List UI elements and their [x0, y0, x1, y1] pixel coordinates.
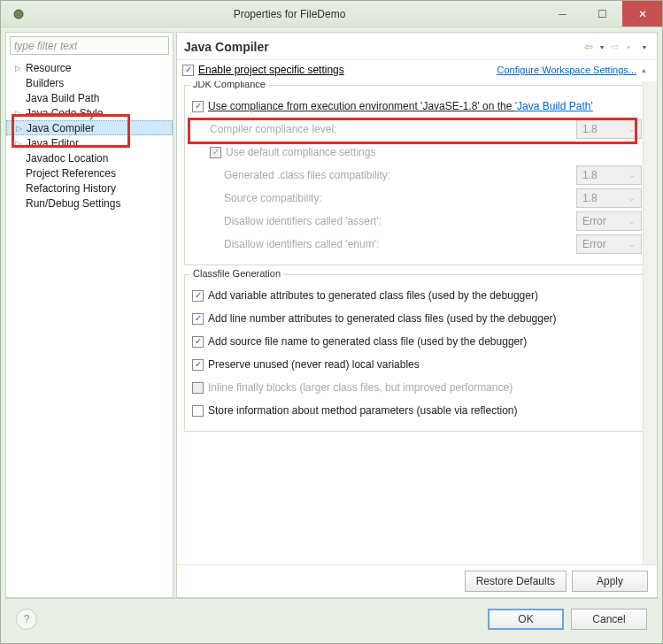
disallow-assert-select: Error⌄ [576, 211, 642, 231]
sidebar-item-java-build-path[interactable]: Java Build Path [6, 90, 173, 105]
sidebar-item-label: Run/Debug Settings [26, 197, 120, 210]
chevron-down-icon: ⌄ [628, 125, 636, 134]
chevron-down-icon: ⌄ [628, 194, 636, 203]
compiler-level-value: 1.8 [582, 123, 597, 135]
add-line-checkbox[interactable] [192, 313, 204, 325]
use-default-row: Use default compliance settings [192, 142, 642, 162]
panel-header: Java Compiler ⇦ ▾ ⇨ ▾ ▾ [177, 40, 657, 59]
maximize-button[interactable]: ☐ [582, 1, 622, 27]
chevron-down-icon: ⌄ [628, 240, 636, 249]
compiler-level-row: Compiler compliance level: 1.8⌄ [192, 119, 642, 139]
nav-arrows: ⇦ ▾ ⇨ ▾ ▾ [584, 41, 646, 53]
sidebar-item-refactoring-history[interactable]: Refactoring History [6, 180, 173, 196]
enable-project-checkbox[interactable] [182, 65, 194, 76]
sidebar-item-javadoc-location[interactable]: Javadoc Location [6, 150, 173, 165]
disallow-enum-select: Error⌄ [576, 234, 642, 254]
store-info-checkbox[interactable] [192, 405, 204, 417]
sidebar-item-builders[interactable]: Builders [6, 75, 173, 90]
view-menu-caret-icon[interactable]: ▾ [643, 43, 646, 51]
gen-class-select: 1.8⌄ [576, 165, 642, 185]
panel-title: Java Compiler [184, 40, 584, 54]
sidebar-item-label: Java Code Style [26, 107, 103, 119]
cancel-button[interactable]: Cancel [571, 609, 647, 630]
source-compat-value: 1.8 [582, 192, 597, 204]
add-line-label: Add line number attributes to generated … [208, 312, 557, 325]
main-panel: Java Compiler ⇦ ▾ ⇨ ▾ ▾ Enable project s… [176, 32, 658, 598]
sidebar-item-run-debug-settings[interactable]: Run/Debug Settings [6, 196, 173, 211]
source-compat-row: Source compatibility: 1.8⌄ [192, 188, 642, 208]
restore-defaults-button[interactable]: Restore Defaults [465, 571, 567, 592]
preserve-checkbox[interactable] [192, 359, 204, 371]
sidebar-item-label: Java Compiler [27, 122, 95, 134]
use-compliance-checkbox[interactable] [192, 101, 204, 112]
scroll-area: JDK Compliance Use compliance from execu… [177, 81, 657, 564]
sidebar-item-java-editor[interactable]: ▷Java Editor [6, 135, 173, 150]
chevron-down-icon: ⌄ [628, 171, 636, 180]
back-menu-caret-icon[interactable]: ▾ [600, 43, 604, 51]
store-info-label: Store information about method parameter… [208, 404, 518, 417]
sidebar-item-java-compiler[interactable]: ▷Java Compiler [6, 120, 173, 135]
sidebar-item-resource[interactable]: ▷Resource [6, 60, 173, 75]
add-line-row: Add line number attributes to generated … [192, 309, 642, 328]
enable-project-label: Enable project specific settings [198, 64, 344, 76]
compiler-level-label: Compiler compliance level: [210, 123, 336, 135]
use-compliance-row: Use compliance from execution environmen… [192, 96, 642, 116]
jdk-group-title: JDK Compliance [190, 81, 268, 89]
cancel-label: Cancel [592, 613, 625, 625]
apply-button[interactable]: Apply [572, 571, 648, 592]
gen-class-label: Generated .class files compatibility: [224, 169, 390, 181]
use-default-label: Use default compliance settings [226, 146, 375, 158]
add-var-checkbox[interactable] [192, 290, 204, 302]
restore-defaults-label: Restore Defaults [476, 575, 555, 587]
close-button[interactable]: ✕ [622, 1, 662, 27]
disallow-assert-value: Error [582, 215, 606, 227]
use-default-checkbox [210, 147, 221, 158]
use-compliance-text: Use compliance from execution environmen… [208, 100, 515, 112]
add-source-label: Add source file name to generated class … [208, 335, 527, 348]
inline-label: Inline finally blocks (larger class file… [208, 381, 513, 394]
ok-label: OK [518, 613, 533, 625]
sidebar-item-project-references[interactable]: Project References [6, 165, 173, 180]
sidebar-item-java-code-style[interactable]: ▷Java Code Style [6, 105, 173, 120]
gen-class-value: 1.8 [582, 169, 597, 181]
sidebar: ▷Resource Builders Java Build Path ▷Java… [5, 32, 173, 598]
compiler-level-select[interactable]: 1.8⌄ [576, 119, 642, 139]
window-icon [1, 8, 36, 20]
sidebar-item-label: Refactoring History [26, 182, 116, 195]
scroll-up-indicator-icon: ▴ [642, 65, 646, 74]
panel-buttons: Restore Defaults Apply [177, 564, 657, 597]
svg-point-0 [14, 10, 23, 19]
configure-workspace-link[interactable]: Configure Workspace Settings... [497, 65, 636, 75]
window-controls: ─ ☐ ✕ [543, 1, 662, 27]
sidebar-item-label: Builders [26, 77, 64, 89]
source-compat-label: Source compatibility: [224, 192, 322, 204]
titlebar: Properties for FileDemo ─ ☐ ✕ [1, 1, 662, 27]
inline-checkbox [192, 382, 204, 394]
add-source-checkbox[interactable] [192, 336, 204, 348]
chevron-down-icon: ⌄ [628, 217, 636, 226]
java-build-path-link[interactable]: 'Java Build Path' [515, 100, 593, 112]
source-compat-select: 1.8⌄ [576, 188, 642, 208]
forward-menu-caret-icon[interactable]: ▾ [627, 43, 630, 51]
help-icon[interactable]: ? [16, 609, 37, 630]
disallow-assert-row: Disallow identifiers called 'assert': Er… [192, 211, 642, 231]
preserve-row: Preserve unused (never read) local varia… [192, 355, 642, 374]
disallow-enum-row: Disallow identifiers called 'enum': Erro… [192, 234, 642, 254]
nav-tree: ▷Resource Builders Java Build Path ▷Java… [6, 58, 173, 212]
add-var-row: Add variable attributes to generated cla… [192, 286, 642, 305]
minimize-button[interactable]: ─ [543, 1, 582, 27]
content: ▷Resource Builders Java Build Path ▷Java… [1, 27, 662, 643]
sidebar-item-label: Java Build Path [26, 92, 99, 104]
sidebar-item-label: Java Editor [26, 137, 79, 150]
back-arrow-icon[interactable]: ⇦ [584, 41, 593, 53]
store-info-row: Store information about method parameter… [192, 401, 642, 420]
vertical-scrollbar[interactable] [643, 81, 657, 564]
forward-arrow-icon[interactable]: ⇨ [611, 41, 620, 53]
disallow-assert-label: Disallow identifiers called 'assert': [224, 215, 382, 227]
disallow-enum-value: Error [582, 238, 606, 250]
sidebar-item-label: Resource [26, 62, 71, 74]
inline-row: Inline finally blocks (larger class file… [192, 378, 642, 397]
classfile-group-title: Classfile Generation [190, 268, 283, 279]
ok-button[interactable]: OK [488, 609, 564, 630]
filter-input[interactable] [10, 36, 169, 55]
